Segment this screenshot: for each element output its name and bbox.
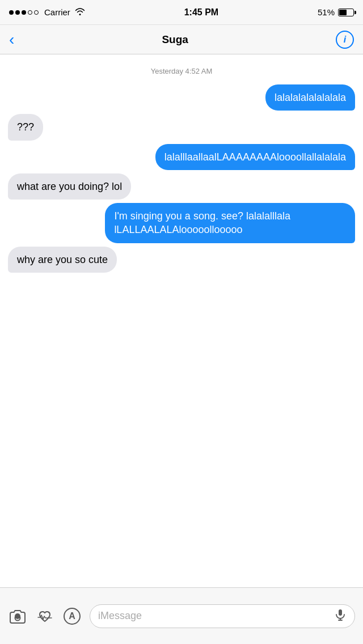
info-icon: i xyxy=(344,35,346,45)
message-input-wrapper[interactable]: iMessage xyxy=(90,604,355,628)
signal-dot-5 xyxy=(34,10,39,15)
svg-text:A: A xyxy=(69,611,75,621)
heartline-icon xyxy=(35,607,54,626)
svg-rect-3 xyxy=(339,609,342,616)
message-row: ??? xyxy=(0,114,363,140)
message-row: what are you doing? lol xyxy=(0,173,363,200)
message-bubble-received: what are you doing? lol xyxy=(8,173,131,200)
message-text: lalalllaallaalLAAAAAAAAloooollallalalala xyxy=(164,151,346,163)
input-bar: A iMessage xyxy=(0,587,363,644)
message-bubble-sent: I'm singing you a song. see? lalalalllal… xyxy=(105,203,355,243)
nav-bar: ‹ Suga i xyxy=(0,25,363,54)
signal-dot-1 xyxy=(9,10,14,15)
message-bubble-received: ??? xyxy=(8,114,43,140)
message-row: lalalalalalalalala xyxy=(0,84,363,111)
status-bar: Carrier 1:45 PM 51% xyxy=(0,0,363,25)
message-input[interactable]: iMessage xyxy=(98,610,334,622)
camera-button[interactable] xyxy=(8,607,27,626)
timestamp: Yesterday 4:52 AM xyxy=(0,67,363,75)
message-text: why are you so cute xyxy=(17,254,108,265)
carrier-label: Carrier xyxy=(44,7,70,17)
battery-fill xyxy=(339,10,347,15)
message-row: I'm singing you a song. see? lalalalllal… xyxy=(0,203,363,243)
status-right: 51% xyxy=(318,7,354,17)
back-button[interactable]: ‹ xyxy=(9,32,14,48)
signal-dot-3 xyxy=(22,10,26,15)
message-bubble-sent: lalalalalalalalala xyxy=(265,84,355,111)
message-bubble-received: why are you so cute xyxy=(8,247,117,273)
signal-dot-4 xyxy=(28,10,32,15)
microphone-icon[interactable] xyxy=(334,608,347,624)
message-bubble-sent: lalalllaallaalLAAAAAAAAloooollallalalala xyxy=(155,144,355,170)
messages-area: Yesterday 4:52 AM lalalalalalalalala ???… xyxy=(0,54,363,587)
back-chevron-icon: ‹ xyxy=(9,32,14,48)
status-left: Carrier xyxy=(9,7,85,17)
info-button[interactable]: i xyxy=(336,31,354,49)
appstore-button[interactable]: A xyxy=(62,607,82,626)
camera-icon xyxy=(8,607,27,626)
appstore-icon: A xyxy=(62,607,82,626)
message-text: ??? xyxy=(17,121,34,133)
status-time: 1:45 PM xyxy=(184,7,218,18)
signal-dot-2 xyxy=(15,10,20,15)
message-row: lalalllaallaalLAAAAAAAAloooollallalalala xyxy=(0,144,363,170)
heartline-button[interactable] xyxy=(35,607,54,626)
nav-title: Suga xyxy=(162,33,188,46)
message-row: why are you so cute xyxy=(0,247,363,273)
message-text: what are you doing? lol xyxy=(17,181,122,192)
wifi-icon xyxy=(75,7,85,17)
message-text: lalalalalalalalala xyxy=(275,92,346,103)
message-text: I'm singing you a song. see? lalalalllal… xyxy=(114,210,290,235)
battery-percent: 51% xyxy=(318,7,335,17)
signal-dots xyxy=(9,10,39,15)
battery-icon xyxy=(338,9,354,16)
